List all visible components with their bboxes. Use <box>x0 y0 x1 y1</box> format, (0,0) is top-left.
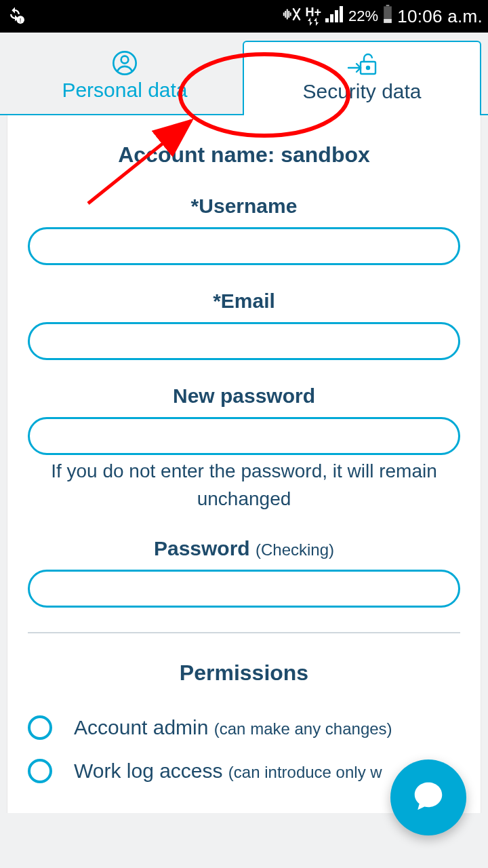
vibrate-icon <box>281 4 302 28</box>
chat-icon <box>410 778 447 817</box>
svg-rect-3 <box>330 14 333 22</box>
svg-rect-4 <box>335 10 338 22</box>
field-new-password: New password <box>28 384 460 455</box>
svg-point-12 <box>367 66 369 69</box>
permissions-heading: Permissions <box>28 660 460 686</box>
tab-security-data[interactable]: Security data <box>243 41 481 115</box>
tab-bar: Personal data Security data <box>0 33 488 115</box>
login-lock-icon <box>344 52 380 77</box>
username-label: *Username <box>28 195 460 218</box>
signal-icon <box>325 6 344 26</box>
android-status-bar: ! H+ 22% 10:06 a.m. <box>0 0 488 33</box>
sync-warning-icon: ! <box>5 5 24 28</box>
tab-personal-data[interactable]: Personal data <box>7 41 243 114</box>
svg-rect-8 <box>384 19 392 23</box>
security-form: Account name: sandbox *Username *Email N… <box>7 115 481 813</box>
field-password-check: Password (Checking) <box>28 537 460 608</box>
field-username: *Username <box>28 195 460 265</box>
new-password-label: New password <box>28 384 460 408</box>
permission-option-admin[interactable]: Account admin (can make any changes) <box>28 706 460 749</box>
svg-point-10 <box>121 56 129 64</box>
email-input[interactable] <box>28 322 460 360</box>
permission-label: Account admin (can make any changes) <box>74 716 392 739</box>
new-password-helper: If you do not enter the password, it wil… <box>28 458 460 513</box>
field-email: *Email <box>28 290 460 360</box>
tab-label: Security data <box>302 80 421 103</box>
person-icon <box>111 50 138 76</box>
svg-text:!: ! <box>20 17 22 24</box>
email-label: *Email <box>28 290 460 313</box>
password-check-label: Password (Checking) <box>28 537 460 560</box>
section-divider <box>28 632 460 633</box>
svg-rect-6 <box>386 5 390 6</box>
username-input[interactable] <box>28 227 460 265</box>
clock-time: 10:06 a.m. <box>397 6 483 27</box>
svg-rect-2 <box>325 18 329 22</box>
network-hplus-icon: H+ <box>306 7 322 26</box>
password-check-input[interactable] <box>28 570 460 608</box>
battery-percent: 22% <box>348 7 378 25</box>
radio-icon <box>28 715 52 740</box>
radio-icon <box>28 759 52 783</box>
svg-rect-5 <box>340 6 343 22</box>
account-name-heading: Account name: sandbox <box>28 142 460 167</box>
chat-fab[interactable] <box>390 760 466 835</box>
battery-icon <box>382 5 393 28</box>
new-password-input[interactable] <box>28 417 460 455</box>
permission-label: Work log access (can introduce only w <box>74 760 382 783</box>
tab-label: Personal data <box>62 79 187 102</box>
